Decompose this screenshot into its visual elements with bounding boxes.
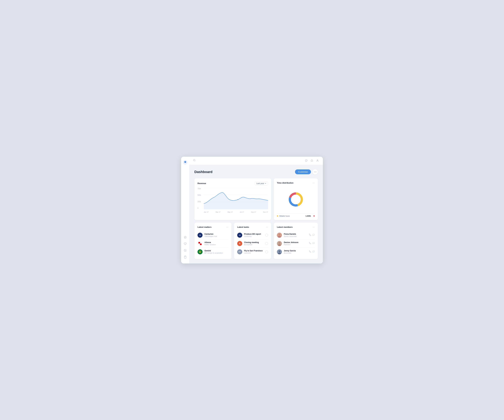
topbar bbox=[189, 157, 323, 165]
svg-text:VW: VW bbox=[239, 234, 241, 236]
header-actions: Customise bbox=[295, 169, 318, 175]
billable-dot bbox=[277, 215, 278, 217]
chat-icon[interactable] bbox=[312, 242, 315, 245]
svg-rect-20 bbox=[200, 242, 202, 244]
main-area: Dashboard Customise bbox=[189, 157, 323, 263]
period-dropdown[interactable]: Last year bbox=[255, 181, 268, 185]
call-icon[interactable] bbox=[309, 251, 311, 253]
time-dist-more-button[interactable]: ··· bbox=[313, 181, 315, 184]
svg-point-16 bbox=[292, 195, 300, 204]
matter-item[interactable]: VW Centurion Volkswagen trial bbox=[198, 231, 228, 239]
latest-matters-card: Latest matters ··· VW Centurion bbox=[194, 222, 232, 259]
member-actions bbox=[309, 251, 315, 253]
svg-point-29 bbox=[278, 233, 280, 235]
chart-x-labels: Jan 17 Mar 17 May 17 Jul 17 Sep 17 Nov 1… bbox=[204, 211, 268, 213]
sidebar-item-clipboard[interactable] bbox=[184, 255, 187, 259]
task-vw-logo: VW bbox=[237, 233, 242, 238]
page-title: Dashboard bbox=[194, 170, 212, 174]
time-distribution-card: Time distribution ··· bbox=[274, 178, 318, 220]
members-more-button[interactable]: ··· bbox=[313, 226, 315, 228]
member-name: Jenny Garcia bbox=[284, 250, 307, 252]
task-checkbox[interactable] bbox=[265, 242, 268, 245]
task-item[interactable]: FT Fly to San Fransisco Lancelot bbox=[237, 248, 268, 256]
svg-point-5 bbox=[314, 172, 314, 172]
chat-icon[interactable] bbox=[312, 251, 315, 253]
svg-marker-1 bbox=[184, 236, 186, 238]
tasks-more-button[interactable]: ··· bbox=[266, 226, 268, 228]
matter-item[interactable]: Gemini BP merger & acquisition bbox=[198, 248, 228, 256]
members-title: Latest members bbox=[277, 226, 293, 228]
call-icon[interactable] bbox=[309, 242, 311, 245]
time-dist-header: Time distribution ··· bbox=[277, 181, 315, 184]
svg-point-12 bbox=[237, 199, 239, 200]
svg-point-3 bbox=[193, 159, 195, 161]
call-icon[interactable] bbox=[309, 234, 311, 236]
hsbc-logo bbox=[198, 241, 203, 246]
svg-text:VW: VW bbox=[199, 234, 201, 236]
member-item[interactable]: Jenny Garcia Associate bbox=[277, 248, 315, 256]
member-role: Associate bbox=[284, 252, 307, 254]
customise-button[interactable]: Customise bbox=[295, 169, 311, 174]
task-item[interactable]: VW Produce DD report Centurion bbox=[237, 231, 268, 239]
matter-info: Centurion Volkswagen trial bbox=[204, 233, 228, 237]
matter-info: Gemini BP merger & acquisition bbox=[204, 250, 228, 254]
chart-y-labels: 750k 500k 250k 0 bbox=[198, 188, 203, 209]
topbar-actions bbox=[305, 159, 319, 162]
time-dist-title: Time distribution bbox=[277, 182, 294, 184]
member-name: Fiona Daniels bbox=[284, 233, 307, 235]
member-actions bbox=[309, 242, 315, 245]
member-item[interactable]: Fiona Daniels Senior associate bbox=[277, 231, 315, 239]
billable-label: Billable hours bbox=[279, 215, 290, 217]
member-info: Denise Johnson Partners bbox=[284, 241, 307, 245]
task-sub: Bucephale bbox=[244, 244, 263, 245]
more-options-button[interactable] bbox=[312, 169, 318, 175]
matter-sub: HSBC taxation bbox=[204, 244, 228, 245]
sidebar-item-heart[interactable] bbox=[184, 242, 187, 245]
members-header: Latest members ··· bbox=[277, 226, 315, 228]
matters-title: Latest matters bbox=[198, 226, 211, 228]
jenny-avatar bbox=[277, 249, 282, 254]
member-item[interactable]: Denise Johnson Partners bbox=[277, 239, 315, 248]
refresh-icon[interactable] bbox=[305, 159, 308, 162]
non-billable-dot bbox=[313, 215, 315, 217]
matters-header: Latest matters ··· bbox=[198, 226, 228, 228]
member-role: Senior associate bbox=[284, 235, 307, 237]
matter-name: Centurion bbox=[204, 233, 228, 235]
page-header: Dashboard Customise bbox=[194, 169, 318, 175]
sidebar bbox=[181, 157, 189, 263]
chart-svg-container bbox=[204, 188, 268, 209]
notifications-icon[interactable] bbox=[310, 159, 313, 162]
tasks-title: Latest tasks bbox=[237, 226, 249, 228]
svg-rect-2 bbox=[185, 256, 186, 256]
task-info: Fly to San Fransisco Lancelot bbox=[244, 250, 263, 254]
chevron-down-icon bbox=[265, 183, 266, 184]
svg-point-32 bbox=[278, 242, 280, 244]
dashboard-top-grid: Revenue Last year 750k 500k bbox=[194, 178, 318, 220]
donut-chart bbox=[277, 187, 315, 212]
svg-point-6 bbox=[315, 172, 315, 172]
task-item[interactable]: A Closing meeting Bucephale bbox=[237, 239, 268, 248]
matter-info: Athena HSBC taxation bbox=[204, 241, 228, 245]
task-checkbox[interactable] bbox=[265, 234, 268, 237]
user-icon[interactable] bbox=[316, 159, 319, 162]
matters-more-button[interactable]: ··· bbox=[226, 226, 228, 228]
member-name: Denise Johnson bbox=[284, 241, 307, 244]
member-info: Fiona Daniels Senior associate bbox=[284, 233, 307, 237]
sidebar-item-check[interactable] bbox=[184, 249, 187, 252]
sidebar-item-star[interactable] bbox=[184, 235, 187, 239]
app-logo[interactable] bbox=[183, 160, 188, 165]
chat-icon[interactable] bbox=[312, 234, 315, 236]
svg-point-7 bbox=[316, 172, 316, 172]
matter-item[interactable]: Athena HSBC taxation bbox=[198, 239, 228, 248]
task-bucephale-logo: A bbox=[237, 241, 242, 246]
member-actions bbox=[309, 234, 315, 236]
svg-point-25 bbox=[199, 251, 201, 252]
time-dist-legend: Billable hours 1,500h bbox=[277, 213, 315, 217]
task-checkbox[interactable] bbox=[265, 251, 268, 253]
dashboard-bottom-grid: Latest matters ··· VW Centurion bbox=[194, 222, 318, 259]
latest-members-card: Latest members ··· Fi bbox=[274, 222, 318, 259]
matter-name: Athena bbox=[204, 241, 228, 244]
revenue-chart: 750k 500k 250k 0 bbox=[198, 188, 268, 213]
revenue-title: Revenue bbox=[198, 182, 206, 185]
sidebar-nav bbox=[184, 235, 187, 259]
